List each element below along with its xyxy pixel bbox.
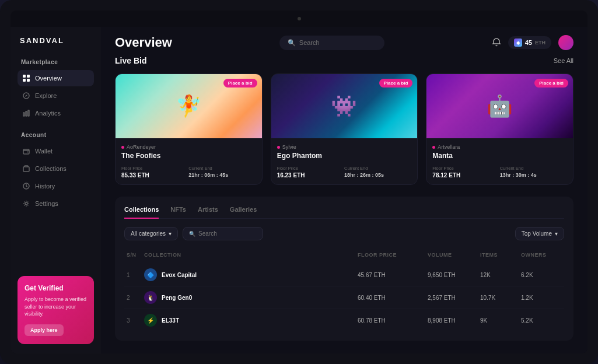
sort-filter[interactable]: Top Volume ▾: [515, 227, 564, 240]
chevron-down-icon-sort: ▾: [555, 230, 558, 237]
category-filter[interactable]: All categories ▾: [124, 227, 178, 240]
wallet-icon: [22, 147, 30, 155]
search-input[interactable]: [299, 39, 376, 46]
avatar[interactable]: [558, 35, 573, 50]
table-row[interactable]: 2 🐧 Peng Gen0 60.40 ETH 2,567 ETH 10.7K …: [124, 286, 564, 309]
header: Overview 🔍 ◆: [101, 27, 587, 56]
place-bid-button-3[interactable]: Place a bid: [534, 79, 568, 88]
row3-avatar: ⚡: [144, 314, 157, 327]
row1-num: 1: [127, 272, 144, 278]
search-icon-small: 🔍: [189, 231, 195, 237]
place-bid-button-2[interactable]: Place a bid: [379, 79, 413, 88]
bid-card-image-2: 👾 Place a bid: [271, 74, 418, 138]
settings-icon: [22, 200, 30, 208]
table-row[interactable]: 3 ⚡ EL33T 60.78 ETH 8,908 ETH 9K 5.2K: [124, 309, 564, 331]
bid-card-body-1: AoRendeyer The Foofies Floor Price 85.33…: [116, 138, 262, 184]
row1-avatar: 🔷: [144, 268, 157, 281]
marketplace-section: Marketplace Overview: [18, 59, 94, 123]
chevron-down-icon: ▾: [169, 230, 172, 237]
row3-volume: 8,908 ETH: [428, 317, 480, 324]
svg-rect-6: [23, 113, 25, 116]
bid-cards: 🧚 Place a bid AoRendeyer The Foofies: [115, 74, 573, 185]
svg-rect-11: [23, 167, 29, 172]
live-bid-title: Live Bid: [115, 56, 146, 65]
collections-section: Collections NFTs Artists Galleries All c…: [115, 197, 573, 341]
nft-name-2: Ego Phantom: [277, 152, 412, 160]
place-bid-button-1[interactable]: Place a bid: [223, 79, 257, 88]
eth-unit: ETH: [535, 40, 545, 46]
row1-name: Evox Capital: [162, 272, 197, 278]
sidebar-item-wallet[interactable]: Wallet: [18, 143, 94, 159]
logo: SANDVAL: [18, 36, 94, 45]
collections-icon: [22, 164, 30, 173]
svg-point-10: [27, 152, 29, 153]
row2-name: Peng Gen0: [162, 295, 192, 301]
table-row[interactable]: 1 🔷 Evox Capital 45.67 ETH 9,650 ETH 12K…: [124, 264, 564, 286]
bid-card-manta: 🤖 Place a bid Artvellara Manta: [426, 74, 573, 185]
bid-details-2: Floor Price 16.23 ETH Current End 18hr :…: [277, 166, 412, 178]
svg-rect-0: [23, 75, 26, 78]
row2-avatar: 🐧: [144, 291, 157, 304]
tab-collections[interactable]: Collections: [124, 206, 159, 219]
collections-label: Collections: [35, 165, 67, 172]
col-header-collection: COLLECTION: [144, 252, 358, 258]
sidebar: SANDVAL Marketplace Overview: [11, 27, 101, 354]
settings-label: Settings: [35, 200, 58, 207]
sidebar-item-explore[interactable]: Explore: [18, 88, 94, 104]
collection-search[interactable]: 🔍: [183, 227, 263, 240]
svg-rect-7: [26, 111, 27, 116]
history-icon: [22, 182, 30, 190]
row2-num: 2: [127, 295, 144, 301]
account-section: Account Wallet: [18, 132, 94, 213]
verified-title: Get Verified: [25, 284, 87, 292]
tab-artists[interactable]: Artists: [198, 206, 218, 219]
row1-volume: 9,650 ETH: [428, 272, 480, 278]
tab-galleries[interactable]: Galleries: [230, 206, 257, 219]
bid-card-foofies: 🧚 Place a bid AoRendeyer The Foofies: [115, 74, 263, 185]
search-bar[interactable]: 🔍: [279, 36, 384, 50]
filter-left: All categories ▾ 🔍: [124, 227, 263, 240]
row3-collection: ⚡ EL33T: [144, 314, 358, 327]
row3-items: 9K: [480, 317, 521, 324]
eth-diamond-icon: ◆: [514, 38, 522, 47]
bid-details-1: Floor Price 85.33 ETH Current End 21hr :…: [121, 166, 256, 178]
bid-card-body-3: Artvellara Manta Floor Price 78.12 ETH: [426, 138, 573, 184]
sidebar-item-overview[interactable]: Overview: [18, 70, 94, 86]
account-label: Account: [18, 132, 94, 138]
collections-filters: All categories ▾ 🔍 Top Volume ▾: [124, 227, 564, 240]
tab-nfts[interactable]: NFTs: [170, 206, 186, 219]
eth-amount: 45: [525, 39, 532, 46]
row3-name: EL33T: [162, 317, 179, 324]
apply-button[interactable]: Apply here: [25, 324, 64, 336]
svg-marker-5: [25, 94, 27, 97]
camera-dot: [298, 17, 301, 20]
collection-search-input[interactable]: [198, 230, 257, 237]
row2-floor: 60.40 ETH: [358, 295, 428, 301]
verified-desc: Apply to become a verified seller to inc…: [25, 296, 87, 318]
bid-card-image-3: 🤖 Place a bid: [426, 74, 573, 138]
history-label: History: [35, 183, 55, 190]
row1-owners: 6.2K: [521, 272, 562, 278]
notification-icon[interactable]: [492, 37, 501, 48]
laptop-screen: SANDVAL Marketplace Overview: [11, 10, 587, 354]
sidebar-item-history[interactable]: History: [18, 178, 94, 194]
bid-card-image-1: 🧚 Place a bid: [116, 74, 262, 138]
col-header-volume: VOLUME: [428, 252, 480, 258]
col-header-items: ITEMS: [480, 252, 521, 258]
app-container: SANDVAL Marketplace Overview: [11, 27, 587, 354]
svg-rect-1: [27, 75, 30, 78]
row3-owners: 5.2K: [521, 317, 562, 324]
explore-label: Explore: [35, 92, 57, 99]
nft-name-1: The Foofies: [121, 152, 256, 160]
sidebar-item-settings[interactable]: Settings: [18, 195, 94, 212]
wallet-label: Wallet: [35, 148, 53, 155]
table-header: S/N COLLECTION FLOOR PRICE VOLUME ITEMS …: [124, 249, 564, 261]
bid-details-3: Floor Price 78.12 ETH Current End 13hr :…: [432, 166, 567, 178]
see-all-button[interactable]: See All: [554, 57, 573, 64]
sidebar-item-collections[interactable]: Collections: [18, 160, 94, 177]
sidebar-item-analytics[interactable]: Analytics: [18, 105, 94, 121]
col-header-sn: S/N: [127, 252, 144, 258]
compass-icon: [22, 92, 30, 100]
grid-icon: [22, 74, 30, 82]
eth-badge: ◆ 45 ETH: [508, 36, 551, 49]
